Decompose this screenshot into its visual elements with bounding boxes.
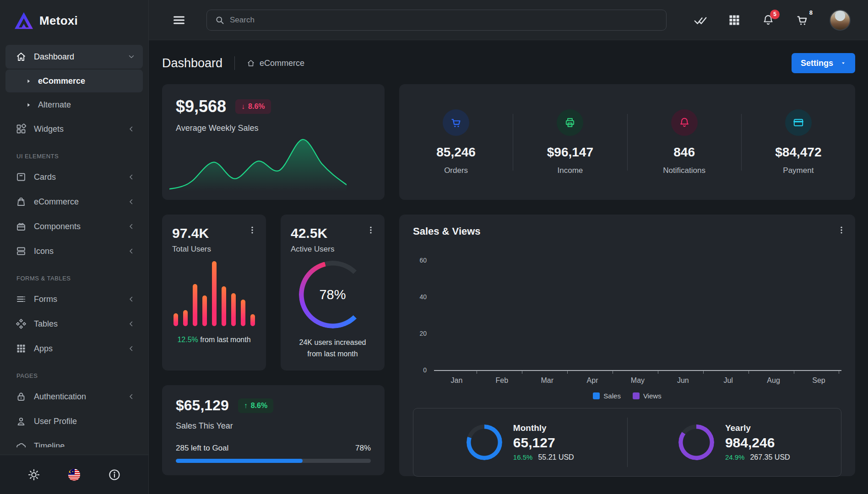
cards-icon [16,172,27,183]
notifications-bell-icon[interactable]: 5 [762,14,775,27]
monthly-value: 65,127 [513,435,574,451]
chevron-left-icon [127,344,136,353]
sidebar-item-timeline[interactable]: Timeline [5,434,143,447]
forms-icon [16,294,27,305]
kebab-menu-icon[interactable] [837,226,846,235]
yearly-summary: Yearly 984,246 24.9% 267.35 USD [628,423,841,462]
active-users-label: Active Users [291,245,374,254]
menu-toggle-icon[interactable] [173,14,185,27]
language-flag-icon[interactable] [68,468,81,481]
cart-icon[interactable]: 8 [796,14,808,27]
sidebar-section-pages: PAGES [16,372,143,379]
sidebar-item-forms[interactable]: Forms [5,287,143,311]
y-axis-tick: 0 [423,366,427,374]
goal-percent: 78% [355,444,371,453]
legend-sales[interactable]: Sales [593,392,621,400]
breadcrumb-item[interactable]: eCommerce [247,59,304,68]
sidebar-item-dashboard[interactable]: Dashboard [5,45,143,69]
icons-icon [16,246,27,257]
caret-down-icon [841,60,846,66]
kebab-menu-icon[interactable] [366,226,375,235]
kebab-menu-icon[interactable] [248,226,257,235]
sidebar-item-widgets[interactable]: Widgets [5,117,143,141]
yearly-usd: 267.35 USD [750,453,790,462]
sidebar-item-cards[interactable]: Cards [5,165,143,189]
cart-badge: 8 [809,9,813,16]
mini-bar [183,310,188,327]
topbar: 5 8 [149,0,868,40]
goal-progress-fill [176,459,303,463]
caret-right-icon [26,102,32,108]
home-icon [247,59,255,67]
settings-button[interactable]: Settings [792,53,855,73]
gauge-value-label: 78% [319,287,346,302]
double-check-icon[interactable] [694,14,707,27]
sales-this-year-card: $65,129 ↑ 8.6% Sales This Year 285 left … [162,385,385,475]
sidebar-item-authentication[interactable]: Authentication [5,385,143,408]
x-axis-label: Apr [577,376,608,385]
chevron-down-icon [127,53,136,61]
y-axis-tick: 40 [419,293,427,301]
sidebar-item-tables[interactable]: Tables [5,312,143,336]
notification-badge: 5 [770,10,780,19]
sidebar-item-ecommerce-sub[interactable]: eCommerce [5,70,143,92]
weekly-sales-label: Average Weekly Sales [176,124,371,133]
chevron-left-icon [127,295,136,303]
mini-bar [241,300,245,326]
mini-bar [174,313,178,326]
mini-bar [212,261,217,326]
theme-sun-icon[interactable] [27,468,40,481]
brand[interactable]: Metoxi [0,0,148,34]
x-axis-label: Mar [532,376,562,385]
chevron-left-icon [127,125,136,133]
sidebar-footer [0,455,148,494]
main-content: Dashboard eCommerce Settings $9,568 ↓ 8.… [149,40,868,494]
mini-bar [231,293,236,326]
monthly-yearly-summary: Monthly 65,127 16.5% 55.21 USD Yearly [413,408,841,477]
search-input[interactable] [230,16,658,25]
breadcrumb: Dashboard eCommerce Settings [162,52,855,74]
sidebar-item-alternate[interactable]: Alternate [5,93,143,116]
widgets-icon [16,124,27,134]
apps-grid-icon[interactable] [728,14,741,27]
x-axis-label: Jul [713,376,743,385]
cart-icon [443,109,469,136]
mini-bar [202,295,207,326]
x-axis-label: Aug [759,376,789,385]
sidebar-item-user-profile[interactable]: User Profile [5,409,143,433]
info-icon[interactable] [108,468,121,481]
brand-logo-icon [15,12,33,29]
y-axis-tick: 20 [419,330,427,337]
mini-bar [250,314,255,326]
total-users-value: 97.4K [172,226,256,241]
components-icon [16,221,27,232]
stat-payment: $84,472 Payment [753,109,844,175]
chevron-left-icon [127,173,136,181]
breadcrumb-divider [234,56,235,70]
x-axis-label: Feb [487,376,517,385]
search-icon [215,16,224,25]
brand-name: Metoxi [39,14,78,28]
monthly-label: Monthly [513,423,574,433]
chevron-left-icon [127,320,136,328]
sidebar-nav: Dashboard eCommerce Alternate Widgets UI… [0,45,148,447]
weekly-sales-area-chart [169,133,347,193]
sidebar-item-icons[interactable]: Icons [5,239,143,263]
x-axis-label: Jan [441,376,472,385]
stat-notifications: 846 Notifications [639,109,730,175]
sidebar-section-ui-elements: UI ELEMENTS [16,153,143,160]
legend-views[interactable]: Views [633,392,662,400]
chevron-left-icon [127,392,136,401]
credit-card-icon [785,109,812,136]
goal-progress-bar [176,459,371,463]
sales-views-title: Sales & Views [413,226,841,237]
printer-icon [557,109,583,136]
sidebar-item-ecommerce[interactable]: eCommerce [5,190,143,214]
sales-year-label: Sales This Year [176,421,371,431]
sidebar-item-apps[interactable]: Apps [5,337,143,360]
sidebar-item-components[interactable]: Components [5,215,143,238]
monthly-delta: 16.5% [513,453,533,461]
user-icon [16,416,27,427]
user-avatar[interactable] [830,10,851,31]
sales-views-chart: 0204060 [434,251,841,371]
